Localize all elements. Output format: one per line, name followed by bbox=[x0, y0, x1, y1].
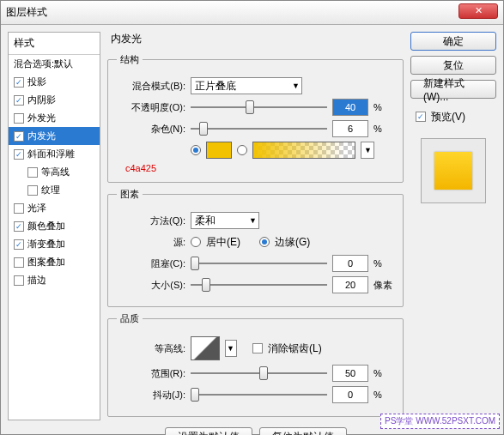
preview-box bbox=[421, 138, 486, 203]
size-label: 大小(S): bbox=[117, 279, 185, 292]
preview-checkbox[interactable]: ✓ bbox=[416, 112, 426, 122]
style-label: 描边 bbox=[27, 274, 46, 287]
choke-input[interactable]: 0 bbox=[332, 255, 368, 272]
styles-list: 样式 混合选项:默认 ✓投影✓内阴影✓外发光✓内发光✓斜面和浮雕✓等高线✓纹理✓… bbox=[8, 32, 100, 420]
ok-button[interactable]: 确定 bbox=[410, 32, 496, 51]
technique-combo[interactable]: 柔和▼ bbox=[191, 212, 259, 229]
style-checkbox[interactable]: ✓ bbox=[14, 239, 24, 250]
color-hex-note: c4a425 bbox=[125, 163, 394, 173]
style-checkbox[interactable]: ✓ bbox=[14, 221, 24, 232]
style-checkbox[interactable]: ✓ bbox=[14, 149, 24, 160]
anti-aliased-checkbox[interactable]: ✓ bbox=[252, 343, 263, 353]
watermark: PS学堂 WWW.52PSXT.COM bbox=[380, 414, 500, 429]
style-checkbox[interactable]: ✓ bbox=[14, 95, 24, 106]
style-item-等高线[interactable]: ✓等高线 bbox=[9, 163, 100, 181]
style-item-颜色叠加[interactable]: ✓颜色叠加 bbox=[9, 217, 100, 235]
gradient-dropdown[interactable]: ▼ bbox=[361, 142, 374, 159]
new-style-button[interactable]: 新建样式(W)... bbox=[410, 80, 496, 99]
settings-panel: 内发光 结构 混合模式(B): 正片叠底▼ 不透明度(O): 40 % 杂色(N… bbox=[107, 32, 404, 420]
layer-style-dialog: 图层样式 ✕ 样式 混合选项:默认 ✓投影✓内阴影✓外发光✓内发光✓斜面和浮雕✓… bbox=[0, 0, 504, 435]
gradient-swatch[interactable] bbox=[252, 142, 355, 159]
cancel-button[interactable]: 复位 bbox=[410, 56, 496, 75]
reset-default-button[interactable]: 复位为默认值 bbox=[259, 427, 347, 435]
preview-swatch bbox=[434, 152, 472, 190]
blend-mode-combo[interactable]: 正片叠底▼ bbox=[191, 77, 302, 94]
anti-aliased-label: 消除锯齿(L) bbox=[268, 341, 322, 356]
chevron-down-icon: ▼ bbox=[249, 216, 257, 225]
quality-legend: 品质 bbox=[117, 312, 143, 325]
style-item-光泽[interactable]: ✓光泽 bbox=[9, 199, 100, 217]
contour-dropdown[interactable]: ▼ bbox=[225, 340, 237, 357]
style-item-内发光[interactable]: ✓内发光 bbox=[9, 127, 100, 145]
blend-mode-label: 混合模式(B): bbox=[117, 80, 185, 93]
style-checkbox[interactable]: ✓ bbox=[14, 203, 24, 214]
chevron-down-icon: ▼ bbox=[292, 82, 300, 90]
chevron-down-icon: ▼ bbox=[227, 344, 234, 353]
structure-legend: 结构 bbox=[117, 53, 143, 66]
source-label: 源: bbox=[117, 236, 185, 249]
noise-slider[interactable] bbox=[191, 121, 327, 136]
window-title: 图层样式 bbox=[6, 5, 498, 20]
range-label: 范围(R): bbox=[117, 367, 185, 380]
style-checkbox[interactable]: ✓ bbox=[14, 77, 24, 88]
source-edge-radio[interactable] bbox=[259, 237, 270, 247]
solid-color-radio[interactable] bbox=[191, 145, 201, 155]
style-item-描边[interactable]: ✓描边 bbox=[9, 271, 100, 289]
source-edge-label: 边缘(G) bbox=[275, 235, 310, 250]
gradient-radio[interactable] bbox=[237, 145, 247, 155]
style-item-投影[interactable]: ✓投影 bbox=[9, 73, 100, 91]
set-default-button[interactable]: 设置为默认值 bbox=[165, 427, 252, 435]
style-checkbox[interactable]: ✓ bbox=[27, 185, 38, 196]
choke-slider[interactable] bbox=[191, 256, 327, 271]
size-input[interactable]: 20 bbox=[332, 276, 368, 293]
style-checkbox[interactable]: ✓ bbox=[14, 131, 24, 142]
jitter-label: 抖动(J): bbox=[117, 389, 185, 402]
styles-header[interactable]: 样式 bbox=[9, 33, 100, 55]
elements-group: 图素 方法(Q): 柔和▼ 源: 居中(E) 边缘(G) 阻塞(C): bbox=[107, 188, 404, 307]
style-label: 图案叠加 bbox=[27, 256, 65, 269]
style-checkbox[interactable]: ✓ bbox=[14, 113, 24, 124]
elements-legend: 图素 bbox=[117, 188, 143, 201]
style-label: 内阴影 bbox=[27, 94, 56, 106]
style-item-纹理[interactable]: ✓纹理 bbox=[9, 181, 100, 199]
style-label: 等高线 bbox=[41, 166, 70, 178]
style-item-渐变叠加[interactable]: ✓渐变叠加 bbox=[9, 235, 100, 253]
style-item-斜面和浮雕[interactable]: ✓斜面和浮雕 bbox=[9, 145, 100, 163]
range-input[interactable]: 50 bbox=[332, 365, 368, 382]
source-center-radio[interactable] bbox=[191, 237, 201, 247]
structure-group: 结构 混合模式(B): 正片叠底▼ 不透明度(O): 40 % 杂色(N): bbox=[107, 53, 404, 183]
contour-picker[interactable] bbox=[191, 336, 220, 360]
source-center-label: 居中(E) bbox=[206, 235, 240, 250]
close-button[interactable]: ✕ bbox=[458, 3, 498, 19]
noise-input[interactable]: 6 bbox=[332, 120, 368, 137]
blend-options-default[interactable]: 混合选项:默认 bbox=[9, 55, 100, 73]
titlebar[interactable]: 图层样式 ✕ bbox=[1, 1, 503, 25]
style-label: 外发光 bbox=[27, 112, 56, 124]
noise-label: 杂色(N): bbox=[117, 123, 185, 136]
preview-label: 预览(V) bbox=[431, 110, 465, 124]
choke-label: 阻塞(C): bbox=[117, 257, 185, 270]
range-slider[interactable] bbox=[191, 366, 327, 381]
jitter-input[interactable]: 0 bbox=[332, 386, 368, 403]
color-swatch[interactable] bbox=[206, 142, 232, 159]
opacity-label: 不透明度(O): bbox=[117, 101, 185, 114]
style-item-内阴影[interactable]: ✓内阴影 bbox=[9, 91, 100, 109]
opacity-slider[interactable] bbox=[191, 100, 327, 115]
section-title: 内发光 bbox=[107, 32, 404, 46]
size-slider[interactable] bbox=[191, 277, 327, 293]
style-label: 斜面和浮雕 bbox=[27, 148, 75, 160]
style-label: 颜色叠加 bbox=[27, 220, 65, 233]
style-checkbox[interactable]: ✓ bbox=[27, 167, 38, 178]
style-label: 内发光 bbox=[27, 130, 56, 142]
style-item-图案叠加[interactable]: ✓图案叠加 bbox=[9, 253, 100, 271]
style-item-外发光[interactable]: ✓外发光 bbox=[9, 109, 100, 127]
contour-label: 等高线: bbox=[117, 342, 185, 355]
style-checkbox[interactable]: ✓ bbox=[14, 257, 24, 268]
style-label: 渐变叠加 bbox=[27, 238, 65, 251]
opacity-input[interactable]: 40 bbox=[332, 99, 368, 116]
technique-label: 方法(Q): bbox=[117, 214, 185, 227]
jitter-slider[interactable] bbox=[191, 387, 327, 402]
style-checkbox[interactable]: ✓ bbox=[14, 275, 24, 286]
style-label: 光泽 bbox=[27, 202, 46, 214]
style-label: 投影 bbox=[27, 76, 46, 88]
